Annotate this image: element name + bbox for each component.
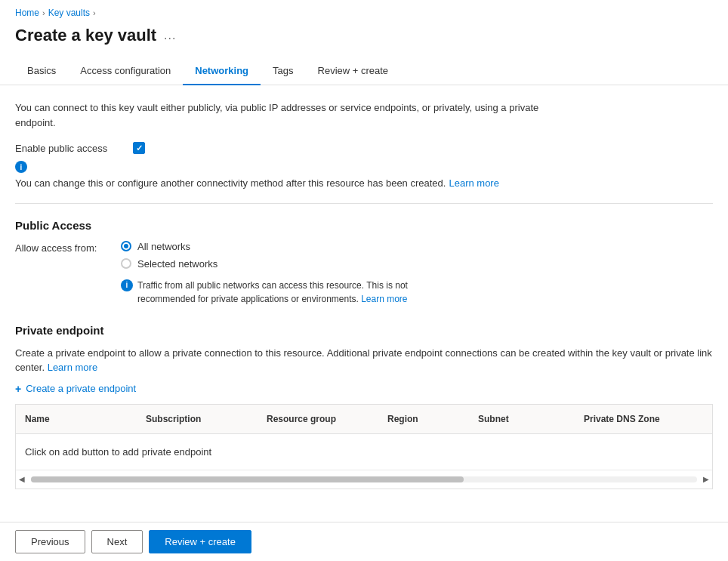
tab-review[interactable]: Review + create	[306, 57, 401, 85]
enable-public-access-checkbox[interactable]	[133, 142, 145, 154]
table-body: Click on add button to add private endpo…	[16, 434, 712, 470]
enable-public-access-row: Enable public access	[15, 142, 713, 154]
content-area: You can connect to this key vault either…	[0, 85, 728, 497]
tabs-bar: Basics Access configuration Networking T…	[0, 57, 728, 85]
enable-public-access-label: Enable public access	[15, 143, 121, 154]
breadcrumb-sep-2: ›	[93, 8, 96, 17]
page-header: Create a key vault ...	[0, 23, 728, 57]
next-button[interactable]: Next	[91, 530, 143, 553]
private-endpoint-section: Private endpoint Create a private endpoi…	[15, 324, 713, 489]
public-access-title: Public Access	[15, 219, 713, 232]
radio-selected-networks-label: Selected networks	[137, 258, 217, 270]
breadcrumb-sep-1: ›	[42, 8, 45, 17]
scroll-right-arrow[interactable]: ▶	[700, 473, 712, 485]
col-header-dns: Private DNS Zone	[575, 411, 680, 427]
info-icon: i	[15, 161, 27, 173]
scrollbar-row: ◀ ▶	[16, 470, 712, 489]
breadcrumb: Home › Key vaults ›	[0, 0, 728, 23]
col-header-name: Name	[16, 411, 137, 427]
allow-access-label: Allow access from:	[15, 241, 106, 254]
private-endpoint-desc: Create a private endpoint to allow a pri…	[15, 346, 713, 375]
allow-access-row: Allow access from: All networks Selected…	[15, 241, 713, 306]
radio-all-networks[interactable]: All networks	[121, 241, 453, 252]
previous-button[interactable]: Previous	[15, 530, 85, 553]
private-endpoint-title: Private endpoint	[15, 324, 713, 337]
plus-icon: +	[15, 383, 21, 395]
page-menu-icon[interactable]: ...	[164, 29, 176, 42]
add-endpoint-row[interactable]: + Create a private endpoint	[15, 383, 713, 395]
add-endpoint-label[interactable]: Create a private endpoint	[26, 383, 136, 394]
col-header-region: Region	[378, 411, 469, 427]
traffic-info-icon: i	[121, 279, 133, 291]
radio-selected-networks-circle[interactable]	[121, 258, 131, 269]
col-header-subscription: Subscription	[137, 411, 258, 427]
page-title: Create a key vault	[15, 26, 156, 45]
traffic-learn-more-link[interactable]: Learn more	[361, 294, 407, 304]
tab-basics[interactable]: Basics	[15, 57, 68, 85]
private-endpoint-learn-more-link[interactable]: Learn more	[48, 362, 97, 373]
review-create-button[interactable]: Review + create	[149, 530, 251, 553]
radio-selected-networks[interactable]: Selected networks	[121, 258, 453, 270]
divider-1	[15, 203, 713, 204]
tab-access[interactable]: Access configuration	[68, 57, 183, 85]
private-endpoint-table: Name Subscription Resource group Region …	[15, 404, 713, 489]
info-row: i	[15, 160, 713, 173]
col-header-subnet: Subnet	[469, 411, 575, 427]
breadcrumb-home[interactable]: Home	[15, 8, 39, 18]
radio-all-networks-circle[interactable]	[121, 241, 131, 251]
tab-tags[interactable]: Tags	[261, 57, 305, 85]
table-header: Name Subscription Resource group Region …	[16, 405, 712, 434]
networking-description: You can connect to this key vault either…	[15, 100, 544, 130]
traffic-info-text: Traffic from all public networks can acc…	[137, 279, 453, 306]
traffic-info-row: i Traffic from all public networks can a…	[121, 279, 453, 306]
scroll-left-arrow[interactable]: ◀	[16, 473, 28, 485]
change-info-text: You can change this or configure another…	[15, 176, 446, 191]
scroll-track[interactable]	[31, 476, 697, 482]
scroll-thumb	[31, 476, 464, 482]
checkbox-checked-icon[interactable]	[133, 142, 145, 154]
radio-options: All networks Selected networks i Traffic…	[121, 241, 453, 306]
col-header-resource-group: Resource group	[258, 411, 378, 427]
tab-networking[interactable]: Networking	[183, 57, 261, 85]
breadcrumb-key-vaults[interactable]: Key vaults	[48, 8, 90, 18]
change-learn-more-link[interactable]: Learn more	[449, 177, 498, 189]
footer: Previous Next Review + create	[0, 522, 728, 561]
radio-all-networks-label: All networks	[137, 241, 190, 252]
table-empty-text: Click on add button to add private endpo…	[25, 446, 211, 458]
